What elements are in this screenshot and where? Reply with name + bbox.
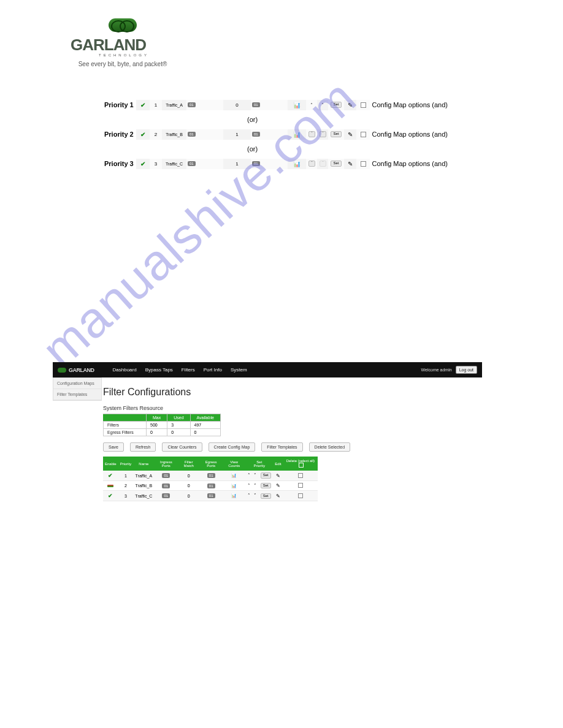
delete-checkbox[interactable] <box>283 481 318 491</box>
priority-down-button[interactable]: ˅ <box>317 129 328 140</box>
set-priority-button[interactable]: Set <box>328 159 344 169</box>
row-name: Traffic_B <box>162 129 186 140</box>
brand-logo: GARLAND TECHNOLOGY See every bit, byte, … <box>71 18 175 67</box>
edit-button[interactable]: ✎ <box>344 100 356 110</box>
brand-name: GARLAND <box>71 36 175 55</box>
delete-checkbox[interactable] <box>283 491 318 501</box>
nav-filters[interactable]: Filters <box>182 367 195 373</box>
welcome-text: Welcome admin <box>421 368 452 372</box>
clear-counters-button[interactable]: Clear Counters <box>162 442 202 452</box>
priority-value: 1 <box>150 100 162 110</box>
priority-down-button[interactable]: ˅ <box>317 100 328 110</box>
set-priority-button[interactable]: Set <box>328 129 344 140</box>
priority-value: 2 <box>150 129 162 140</box>
create-config-map-button[interactable]: Create Config Map <box>209 442 256 452</box>
config-map-options-label: Config Map options (and) <box>372 160 448 167</box>
action-buttons: Save Refresh Clear Counters Create Confi… <box>103 442 482 452</box>
table-row: ✔ 1 Traffic_A 01 0 01 📊 ˄ ˅ Set ✎ <box>103 471 318 481</box>
enable-toggle[interactable] <box>103 481 118 491</box>
priority-down-button[interactable]: ˅ <box>317 159 328 169</box>
priority-value: 2 <box>118 481 134 491</box>
priority-down-button[interactable]: ˅ <box>252 491 258 501</box>
ingress-ports: 01 <box>154 481 178 491</box>
sidebar-item-filter-templates[interactable]: Filter Templates <box>53 389 101 400</box>
edit-button[interactable]: ✎ <box>273 491 283 501</box>
filter-templates-button[interactable]: Filter Templates <box>261 442 302 452</box>
table-row: Filters 500 3 497 <box>104 422 221 429</box>
set-priority-button[interactable]: Set <box>328 100 344 110</box>
sidebar-item-config-maps[interactable]: Configuration Maps <box>53 378 101 389</box>
th-name: Name <box>133 457 154 471</box>
delete-checkbox[interactable] <box>356 129 370 140</box>
left-sidebar: Configuration Maps Filter Templates <box>53 377 102 401</box>
view-counts-icon[interactable]: 📊 <box>223 491 245 501</box>
enable-toggle[interactable]: ✔ <box>103 491 118 501</box>
enable-toggle[interactable]: ✔ <box>103 471 118 481</box>
th-blank <box>104 414 147 422</box>
config-map-options-label: Config Map options (and) <box>372 131 448 138</box>
delete-selected-button[interactable]: Delete Selected <box>309 442 350 452</box>
th-filter-match: Filter Match <box>178 457 199 471</box>
enable-check-icon[interactable]: ✔ <box>136 159 150 169</box>
view-counts-icon[interactable]: 📊 <box>288 100 306 110</box>
navbar-logo: GARLAND <box>58 367 94 373</box>
filter-match: 1 <box>223 129 251 140</box>
logout-button[interactable]: Log out <box>456 366 477 374</box>
delete-checkbox[interactable] <box>283 471 318 481</box>
logo-mark-icon <box>58 368 66 373</box>
enable-check-icon[interactable]: ✔ <box>136 100 150 110</box>
select-all-checkbox[interactable] <box>299 463 304 468</box>
set-priority-button[interactable]: Set <box>258 481 273 491</box>
th-max: Max <box>147 414 167 422</box>
edit-button[interactable]: ✎ <box>344 159 356 169</box>
ingress-ports: 01 <box>186 129 223 140</box>
th-edit: Edit <box>273 457 283 471</box>
set-priority-button[interactable]: Set <box>258 491 273 501</box>
priority-up-button[interactable]: ˄ <box>306 159 317 169</box>
priority-label: Priority 3 <box>104 160 136 167</box>
app-screenshot: GARLAND Dashboard Bypass Taps Filters Po… <box>53 362 482 488</box>
priority-value: 1 <box>118 471 134 481</box>
priority-row-1: Priority 1 ✔ 1 Traffic_A 01 0 01 📊 ˄ ˅ S… <box>104 99 448 110</box>
view-counts-icon[interactable]: 📊 <box>288 129 306 140</box>
brand-tagline: See every bit, byte, and packet® <box>71 61 175 67</box>
th-priority: Priority <box>118 457 134 471</box>
priority-down-button[interactable]: ˅ <box>252 481 258 491</box>
priority-value: 3 <box>150 159 162 169</box>
th-egress: Egress Ports <box>199 457 223 471</box>
priority-up-button[interactable]: ˄ <box>245 491 251 501</box>
egress-ports: 01 <box>199 481 223 491</box>
delete-checkbox[interactable] <box>356 159 370 169</box>
edit-button[interactable]: ✎ <box>344 129 356 140</box>
view-counts-icon[interactable]: 📊 <box>223 471 245 481</box>
delete-checkbox[interactable] <box>356 100 370 110</box>
edit-button[interactable]: ✎ <box>273 471 283 481</box>
view-counts-icon[interactable]: 📊 <box>288 159 306 169</box>
refresh-button[interactable]: Refresh <box>130 442 156 452</box>
nav-system[interactable]: System <box>231 367 247 373</box>
enable-check-icon[interactable]: ✔ <box>136 129 150 140</box>
nav-dashboard[interactable]: Dashboard <box>113 367 137 373</box>
set-priority-button[interactable]: Set <box>258 471 273 481</box>
save-button[interactable]: Save <box>103 442 124 452</box>
egress-ports: 01 <box>251 159 288 169</box>
table-row: Egress Filters 0 0 0 <box>104 429 221 436</box>
nav-port-info[interactable]: Port Info <box>204 367 222 373</box>
section-subtitle: System Filters Resource <box>103 405 482 411</box>
nav-bypass-taps[interactable]: Bypass Taps <box>145 367 173 373</box>
row-name: Traffic_A <box>162 100 186 110</box>
priority-up-button[interactable]: ˄ <box>306 100 317 110</box>
row-name: Traffic_C <box>133 491 154 501</box>
priority-up-button[interactable]: ˄ <box>245 471 251 481</box>
filter-match: 0 <box>178 491 199 501</box>
priority-down-button[interactable]: ˅ <box>252 471 258 481</box>
egress-ports: 01 <box>251 100 288 110</box>
ingress-ports: 01 <box>154 491 178 501</box>
priority-up-button[interactable]: ˄ <box>306 129 317 140</box>
priority-label: Priority 2 <box>104 131 136 138</box>
table-row: ✔ 3 Traffic_C 01 0 01 📊 ˄ ˅ Set ✎ <box>103 491 318 501</box>
watermark: manualshive.com <box>31 98 533 600</box>
edit-button[interactable]: ✎ <box>273 481 283 491</box>
view-counts-icon[interactable]: 📊 <box>223 481 245 491</box>
priority-up-button[interactable]: ˄ <box>245 481 251 491</box>
